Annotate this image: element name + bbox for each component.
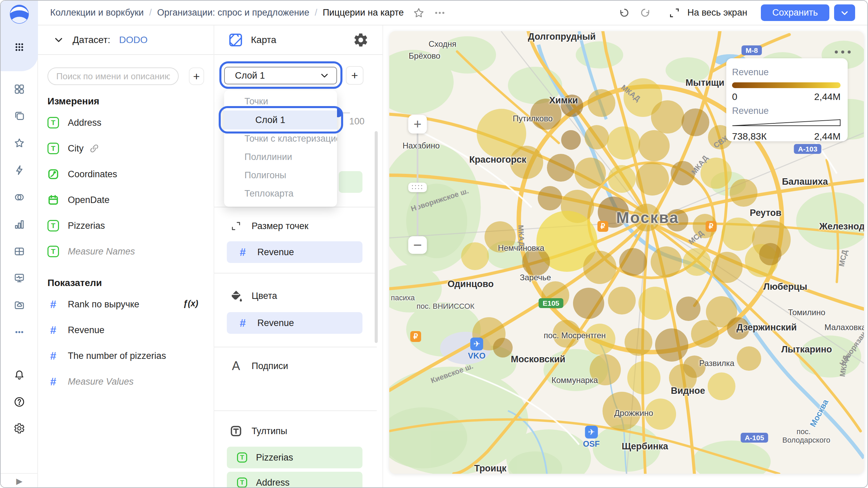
text-field-icon: T (47, 117, 59, 128)
revenue-bubble (722, 218, 755, 251)
help-icon[interactable] (8, 391, 30, 413)
collections-icon[interactable] (8, 105, 30, 127)
legend-color-max: 2,44M (814, 92, 841, 102)
field-name: Measure Names (68, 246, 135, 257)
redo-icon[interactable] (639, 5, 654, 20)
favorites-icon[interactable] (8, 132, 30, 154)
zoom-out-button[interactable]: − (408, 236, 427, 254)
tooltip-icon (229, 424, 243, 439)
monitoring-icon[interactable] (8, 267, 30, 289)
layer-option-selected[interactable]: Слой 1 (224, 110, 337, 129)
section-title: Тултипы (252, 426, 287, 436)
section-field-pill[interactable]: TPizzerias (227, 447, 362, 468)
section-field-pill[interactable]: TAddress (227, 472, 362, 488)
field-search-input[interactable] (47, 67, 179, 85)
dataset-field-row[interactable]: OpenDate (47, 189, 205, 210)
bell-icon[interactable] (8, 364, 30, 386)
revenue-bubble (493, 338, 513, 358)
number-field-icon: # (47, 299, 59, 310)
dataset-field-row[interactable]: #Measure Values (47, 371, 205, 392)
add-field-button[interactable]: + (189, 67, 204, 85)
chart-settings-panel: Карта Слой 1 + 100 Размер точек#RevenueЦ… (214, 25, 383, 487)
datasets-icon[interactable] (8, 186, 30, 208)
add-layer-button[interactable]: + (346, 66, 363, 85)
dataset-header[interactable]: Датасет: DODO (38, 25, 214, 55)
map-canvas[interactable]: МоскваДолгопрудныйМытищиХимкиКрасногорск… (389, 31, 864, 474)
zoom-in-button[interactable]: + (408, 115, 427, 134)
dataset-field-row[interactable]: TAddress (47, 112, 205, 133)
revenue-bubble (530, 99, 561, 130)
dataset-field-row[interactable]: TMeasure Names (47, 241, 205, 262)
number-field-icon: # (237, 317, 249, 329)
more-menu-icon[interactable] (432, 5, 447, 20)
save-button[interactable]: Сохранить (761, 4, 829, 21)
dataset-field-row[interactable]: TPizzerias (47, 215, 205, 236)
revenue-bubble (538, 186, 562, 210)
undo-icon[interactable] (615, 5, 630, 20)
settings-scrollbar-thumb[interactable] (375, 131, 378, 343)
section-field-pill[interactable]: #Revenue (227, 241, 362, 263)
section-field-pill[interactable]: #Revenue (227, 312, 362, 334)
breadcrumb-item[interactable]: Организации: спрос и предложение (157, 7, 309, 18)
revenue-bubble (522, 248, 550, 276)
revenue-bubble (547, 154, 575, 182)
chart-settings-gear-icon[interactable] (353, 32, 369, 48)
fullscreen-icon[interactable] (667, 5, 682, 20)
text-field-icon: T (47, 246, 59, 257)
revenue-bubble (638, 287, 672, 320)
layer-select[interactable]: Слой 1 (224, 67, 337, 84)
dataset-field-row[interactable]: Coordinates (47, 164, 205, 185)
dataset-field-row[interactable]: #Rank по выручкеƒ(x) (47, 294, 205, 315)
revenue-bubble (651, 246, 682, 278)
revenue-bubble (759, 243, 782, 265)
tables-icon[interactable] (8, 241, 30, 262)
layer-type-option[interactable]: Полигоны (224, 166, 337, 184)
geopoints-field-fragment[interactable] (339, 171, 362, 193)
datalens-logo-icon[interactable] (9, 4, 29, 24)
revenue-bubble (619, 248, 647, 276)
revenue-bubble (541, 281, 569, 309)
storage-icon[interactable] (8, 294, 30, 316)
text-field-icon: T (237, 452, 247, 463)
breadcrumb-item[interactable]: Коллекции и воркбуки (50, 7, 144, 18)
dataset-field-row[interactable]: #Revenue (47, 320, 205, 341)
layer-dropdown-menu: ТочкиСлой 1Точки с кластеризациейПолилин… (224, 90, 337, 207)
layer-type-option[interactable]: Точки с кластеризацией (224, 129, 337, 148)
number-field-icon: # (47, 376, 59, 387)
settings-icon[interactable] (8, 418, 30, 439)
dashboard-icon[interactable] (8, 78, 30, 100)
revenue-bubble (727, 317, 749, 340)
number-field-icon: # (47, 350, 59, 362)
dataset-name-link[interactable]: DODO (119, 35, 147, 45)
zoom-slider-handle[interactable] (408, 183, 427, 192)
resize-icon (229, 219, 243, 233)
apps-grid-icon[interactable] (8, 36, 30, 58)
field-name: Coordinates (68, 169, 117, 180)
dataset-field-row[interactable]: TCity (47, 138, 205, 159)
layer-type-option[interactable]: Полилинии (224, 148, 337, 166)
quick-actions-icon[interactable] (8, 159, 30, 181)
field-name: OpenDate (68, 195, 110, 205)
section-title: Подписи (252, 361, 288, 371)
layer-type-option[interactable]: Точки (224, 92, 337, 110)
revenue-bubble (608, 287, 636, 314)
legend-color-title: Revenue (732, 68, 841, 77)
revenue-bubble (682, 108, 709, 136)
rail-collapse-button[interactable]: ▶ (1, 473, 38, 488)
breadcrumb-separator: / (315, 7, 317, 18)
field-name: Address (68, 118, 101, 128)
dataset-field-row[interactable]: #The number of pizzerias (47, 345, 205, 366)
more-icon[interactable] (8, 321, 30, 343)
favorite-star-icon[interactable] (411, 5, 426, 20)
chevron-down-icon (54, 35, 64, 45)
charts-icon[interactable] (8, 214, 30, 235)
revenue-bubble (651, 100, 684, 134)
text-field-icon: T (237, 477, 247, 488)
section-title: Цвета (252, 291, 277, 301)
map-more-menu-icon[interactable] (833, 47, 852, 57)
save-dropdown-button[interactable] (834, 4, 855, 21)
fullscreen-label[interactable]: На весь экран (687, 7, 747, 18)
field-section-title: Показатели (47, 278, 205, 289)
layer-type-option[interactable]: Теплокарта (224, 184, 337, 203)
layer-select-value: Слой 1 (235, 70, 265, 81)
